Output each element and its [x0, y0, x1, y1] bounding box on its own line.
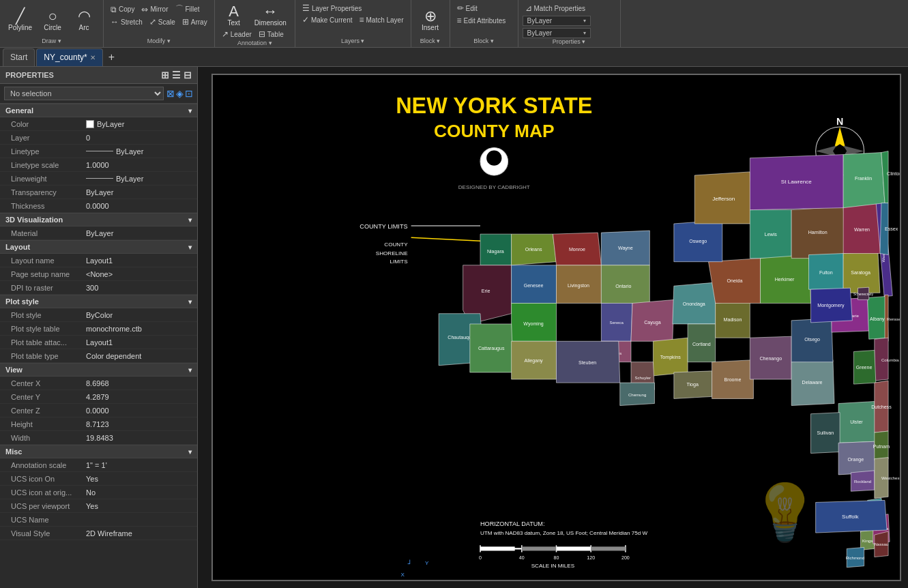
svg-text:Warren: Warren [854, 227, 870, 233]
svg-text:Niagara: Niagara [487, 249, 504, 254]
svg-text:┘: ┘ [408, 559, 412, 568]
svg-text:Schenectady: Schenectady [853, 292, 874, 296]
svg-text:Hamilton: Hamilton [808, 230, 828, 235]
panel-icon-1[interactable]: ⊞ [161, 70, 169, 80]
block-group-content: ⊕ Insert [415, 3, 445, 38]
map-subtitle: COUNTY MAP [434, 121, 555, 141]
text-button[interactable]: A Text [219, 3, 249, 28]
edit-group-content: ✏ Edit ≡ Edit Attributes [454, 3, 514, 38]
prop-page-setup: Page setup name <None> [0, 267, 197, 281]
arc-button[interactable]: ◠ Arc [69, 3, 99, 38]
map-area[interactable]: NEW YORK STATE COUNTY MAP DESIGNED BY CA… [198, 67, 908, 588]
section-3d-viz[interactable]: 3D Visualization ▾ [0, 213, 197, 226]
svg-text:Herkimer: Herkimer [775, 277, 795, 282]
panel-icon-3[interactable]: ⊟ [184, 70, 192, 80]
panel-icon-2[interactable]: ☰ [172, 70, 181, 80]
svg-text:Columbia: Columbia [881, 357, 899, 362]
copy-icon: ⧉ [111, 5, 117, 14]
match-properties-icon: ⊿ [525, 3, 532, 13]
prop-material: Material ByLayer [0, 226, 197, 240]
svg-text:Richmond: Richmond [846, 555, 864, 560]
section-misc-arrow: ▾ [188, 448, 192, 456]
annotation-group-content: A Text ↔ Dimension ↗ Leader ⊟ Table [219, 3, 291, 40]
map-canvas: NEW YORK STATE COUNTY MAP DESIGNED BY CA… [211, 74, 901, 581]
leader-button[interactable]: ↗ Leader [219, 29, 254, 40]
scale-icon: ⤢ [149, 17, 156, 27]
svg-text:Ulster: Ulster [850, 420, 863, 425]
prop-plot-table-attach: Plot table attac... Layout1 [0, 336, 197, 349]
svg-text:Sullivan: Sullivan [817, 430, 834, 436]
fillet-button[interactable]: ⌒ Fillet [173, 3, 203, 16]
prop-center-y: Center Y 4.2879 [0, 390, 197, 404]
svg-text:0: 0 [479, 555, 482, 561]
prop-plot-style: Plot style ByColor [0, 308, 197, 322]
layer-properties-button[interactable]: ☰ Layer Properties [299, 3, 407, 14]
properties-group-label: Properties ▾ [523, 38, 616, 45]
mirror-button[interactable]: ⇔ Mirror [138, 3, 171, 16]
svg-text:Wyoming: Wyoming [523, 321, 543, 327]
match-properties-button[interactable]: ⊿ Match Properties [523, 3, 589, 14]
svg-text:Ontario: Ontario [615, 284, 631, 289]
section-view[interactable]: View ▾ [0, 363, 197, 377]
text-icon: A [229, 4, 239, 19]
selection-dropdown[interactable]: No selection [4, 87, 164, 100]
section-misc[interactable]: Misc ▾ [0, 445, 197, 458]
make-current-button[interactable]: ✓ Make Current [299, 14, 355, 25]
bylayer-dropdown-2[interactable]: ByLayer ▾ [523, 28, 591, 38]
table-icon: ⊟ [259, 29, 265, 39]
svg-text:Delaware: Delaware [802, 380, 823, 385]
lineweight-sample [86, 178, 113, 179]
match-layer-icon: ≡ [359, 15, 364, 25]
tab-ny-county[interactable]: NY_county* ✕ [36, 48, 102, 66]
prop-layout-name: Layout name Layout1 [0, 254, 197, 267]
circle-button[interactable]: ○ Circle [38, 3, 68, 38]
svg-text:Nassau: Nassau [875, 542, 889, 546]
tab-start[interactable]: Start [3, 48, 35, 66]
svg-text:SCALE IN MILES: SCALE IN MILES [531, 563, 575, 569]
prop-layer: Layer 0 [0, 131, 197, 145]
svg-text:Rensselaer: Rensselaer [887, 317, 900, 321]
svg-text:COUNTY: COUNTY [384, 241, 408, 248]
annotation-group: A Text ↔ Dimension ↗ Leader ⊟ Table [215, 0, 295, 47]
tab-add-button[interactable]: + [104, 51, 119, 63]
quick-select-icon[interactable]: ⊠ [166, 88, 175, 99]
toggle-icon[interactable]: ⊡ [185, 88, 193, 99]
svg-text:Livingston: Livingston [568, 283, 589, 289]
map-title: NEW YORK STATE [396, 93, 592, 118]
match-layer-button[interactable]: ≡ Match Layer [356, 14, 406, 25]
edit-button[interactable]: ✏ Edit [454, 3, 514, 14]
svg-text:St Lawrence: St Lawrence [781, 179, 812, 185]
svg-text:Otsego: Otsego [804, 337, 820, 342]
layers-group: ☰ Layer Properties ✓ Make Current ≡ Matc… [295, 0, 411, 47]
section-general[interactable]: General ▾ [0, 104, 197, 117]
stretch-button[interactable]: ↔ Stretch [108, 16, 145, 27]
prop-lineweight: Lineweight ByLayer [0, 172, 197, 186]
tab-close-button[interactable]: ✕ [90, 54, 96, 61]
section-plot-style[interactable]: Plot style ▾ [0, 295, 197, 308]
selector-icons: ⊠ ◈ ⊡ [166, 88, 193, 99]
bylayer-dropdown-1[interactable]: ByLayer ▾ [523, 16, 591, 26]
edit-attributes-button[interactable]: ≡ Edit Attributes [454, 15, 514, 26]
panel-title-icons: ⊞ ☰ ⊟ [161, 70, 192, 80]
svg-text:Tioga: Tioga [686, 382, 699, 387]
prop-transparency: Transparency ByLayer [0, 186, 197, 199]
dimension-button[interactable]: ↔ Dimension [250, 3, 291, 28]
svg-rect-155 [557, 546, 591, 550]
arc-icon: ◠ [78, 9, 91, 24]
block-group: ⊕ Insert Block ▾ [411, 0, 450, 47]
prop-annotation-scale: Annotation scale 1" = 1' [0, 458, 197, 472]
polyline-button[interactable]: ╱ Polyline [4, 3, 36, 38]
mirror-icon: ⇔ [141, 5, 148, 14]
array-button[interactable]: ⊞ Array [179, 16, 210, 27]
main-content: PROPERTIES ⊞ ☰ ⊟ No selection ⊠ ◈ ⊡ Gene… [0, 67, 908, 588]
copy-button[interactable]: ⧉ Copy [108, 3, 137, 16]
select-icon[interactable]: ◈ [176, 88, 184, 99]
prop-center-z: Center Z 0.0000 [0, 404, 197, 417]
table-button[interactable]: ⊟ Table [256, 29, 287, 40]
insert-button[interactable]: ⊕ Insert [415, 3, 445, 38]
section-layout[interactable]: Layout ▾ [0, 240, 197, 254]
svg-rect-153 [480, 546, 515, 550]
scale-button[interactable]: ⤢ Scale [147, 16, 178, 27]
svg-text:Orleans: Orleans [525, 247, 542, 252]
section-plot-arrow: ▾ [188, 298, 192, 306]
